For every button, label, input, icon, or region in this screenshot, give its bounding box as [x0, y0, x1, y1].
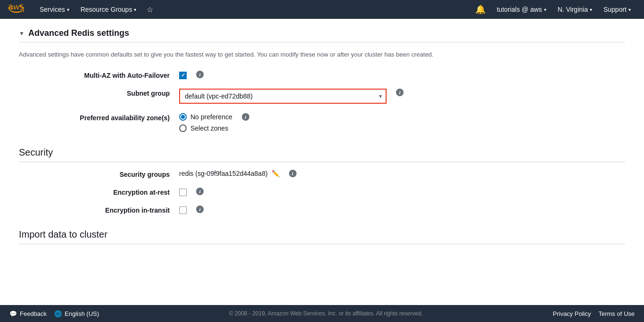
services-chevron-icon: ▾ — [67, 7, 69, 12]
encryption-transit-row: Encryption in-transit i — [19, 206, 625, 214]
security-groups-value: redis (sg-09f9faa152d44a8a8) ✏️ — [179, 170, 280, 177]
preferred-az-row: Preferred availability zone(s) No prefer… — [19, 113, 625, 132]
support-label: Support — [603, 6, 627, 13]
encryption-rest-label: Encryption at-rest — [47, 188, 179, 196]
multi-az-row: Multi-AZ with Auto-Failover i — [19, 71, 625, 79]
encryption-rest-row: Encryption at-rest i — [19, 188, 625, 196]
import-section: Import data to cluster — [19, 229, 625, 244]
no-preference-label: No preference — [190, 113, 232, 121]
multi-az-label: Multi-AZ with Auto-Failover — [47, 71, 179, 79]
account-chevron-icon: ▾ — [544, 7, 546, 12]
advanced-section-description: Advanced settings have common defaults s… — [19, 50, 625, 59]
security-section-title: Security — [19, 147, 625, 158]
services-label: Services — [40, 6, 65, 13]
notifications-bell-icon[interactable]: 🔔 — [470, 4, 491, 15]
top-navigation: Services ▾ Resource Groups ▾ ☆ 🔔 tutoria… — [0, 0, 644, 19]
security-groups-control: redis (sg-09f9faa152d44a8a8) ✏️ i — [179, 170, 597, 177]
account-nav[interactable]: tutorials @ aws ▾ — [491, 0, 552, 19]
encryption-rest-control: i — [179, 188, 597, 196]
encryption-transit-control: i — [179, 206, 597, 214]
encryption-rest-checkbox[interactable] — [179, 189, 187, 196]
subnet-group-info-icon[interactable]: i — [396, 89, 404, 96]
select-zones-option[interactable]: Select zones — [179, 124, 232, 132]
security-groups-info-icon[interactable]: i — [289, 170, 297, 177]
security-groups-text: redis (sg-09f9faa152d44a8a8) — [179, 170, 268, 177]
support-chevron-icon: ▾ — [628, 7, 631, 12]
edit-security-groups-icon[interactable]: ✏️ — [272, 170, 280, 177]
bookmark-icon[interactable]: ☆ — [142, 5, 158, 14]
subnet-group-control: default (vpc-ed72db88) ▾ i — [179, 89, 597, 104]
security-groups-row: Security groups redis (sg-09f9faa152d44a… — [19, 170, 625, 178]
no-preference-option[interactable]: No preference — [179, 113, 232, 121]
advanced-section-header: ▼ Advanced Redis settings — [19, 28, 625, 38]
resource-groups-label: Resource Groups — [81, 6, 132, 13]
encryption-transit-info-icon[interactable]: i — [196, 206, 204, 213]
security-groups-label: Security groups — [47, 170, 179, 178]
resource-groups-nav[interactable]: Resource Groups ▾ — [75, 0, 142, 19]
aws-logo[interactable] — [8, 3, 26, 16]
encryption-transit-checkbox[interactable] — [179, 206, 187, 214]
preferred-az-info-icon[interactable]: i — [242, 113, 249, 121]
account-label: tutorials @ aws — [497, 6, 542, 13]
preferred-az-label: Preferred availability zone(s) — [47, 113, 179, 122]
preferred-az-control: No preference Select zones i — [179, 113, 597, 132]
multi-az-checkbox[interactable] — [179, 72, 187, 79]
subnet-group-label: Subnet group — [47, 89, 179, 97]
subnet-group-row: Subnet group default (vpc-ed72db88) ▾ i — [19, 89, 625, 104]
preferred-az-radio-group: No preference Select zones — [179, 113, 232, 132]
import-section-title: Import data to cluster — [19, 229, 625, 240]
advanced-section-divider — [19, 42, 625, 42]
encryption-transit-label: Encryption in-transit — [47, 206, 179, 214]
security-section-divider — [19, 162, 625, 162]
support-nav[interactable]: Support ▾ — [598, 0, 636, 19]
multi-az-info-icon[interactable]: i — [196, 71, 204, 78]
subnet-group-select-wrapper: default (vpc-ed72db88) ▾ — [179, 89, 387, 104]
subnet-group-select[interactable]: default (vpc-ed72db88) — [179, 89, 387, 104]
multi-az-control: i — [179, 71, 597, 79]
main-content: ▼ Advanced Redis settings Advanced setti… — [0, 19, 644, 305]
region-label: N. Virginia — [558, 6, 588, 13]
advanced-section-title: Advanced Redis settings — [28, 28, 129, 38]
nav-right: 🔔 tutorials @ aws ▾ N. Virginia ▾ Suppor… — [470, 0, 636, 19]
region-nav[interactable]: N. Virginia ▾ — [552, 0, 598, 19]
encryption-rest-info-icon[interactable]: i — [196, 188, 204, 195]
import-section-divider — [19, 244, 625, 244]
services-nav[interactable]: Services ▾ — [34, 0, 75, 19]
region-chevron-icon: ▾ — [590, 7, 592, 12]
select-zones-label: Select zones — [190, 124, 228, 132]
no-preference-radio[interactable] — [179, 113, 187, 121]
security-section: Security Security groups redis (sg-09f9f… — [19, 147, 625, 214]
select-zones-radio[interactable] — [179, 124, 187, 132]
collapse-arrow-icon[interactable]: ▼ — [19, 30, 25, 37]
resource-groups-chevron-icon: ▾ — [134, 7, 136, 12]
